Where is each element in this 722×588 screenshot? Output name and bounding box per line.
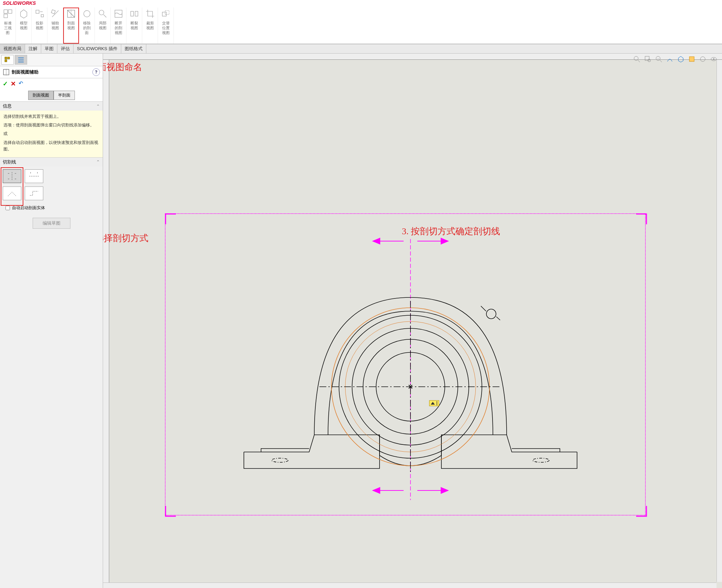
tab-addins[interactable]: SOLIDWORKS 插件: [74, 44, 121, 53]
cutline-horizontal-button[interactable]: [25, 169, 43, 183]
annotation-2: 2. 选择剖切方式: [103, 232, 148, 244]
ribbon-detail-view[interactable]: 局部 视图: [95, 8, 111, 44]
ribbon-removed-section[interactable]: 移除 的剖 面: [79, 8, 95, 44]
drawing-canvas[interactable]: ← 1. 选择剖面视图命名 2. 选择剖切方式 3. 按剖切方式确定剖切线: [103, 54, 722, 588]
scene-icon[interactable]: [698, 54, 708, 64]
svg-marker-27: [678, 56, 683, 62]
section-arrow-bottom[interactable]: [369, 487, 452, 494]
svg-rect-5: [41, 14, 43, 17]
ribbon-model-view[interactable]: 模型 视图: [16, 8, 32, 44]
display-style-icon[interactable]: [676, 54, 686, 64]
svg-rect-12: [135, 11, 138, 16]
tab-sketch[interactable]: 草图: [41, 44, 57, 53]
ribbon-std-3-view[interactable]: 标准 三视 图: [0, 8, 16, 44]
auto-start-checkbox[interactable]: 自动启动剖面实体: [3, 204, 100, 212]
zoom-fit-icon[interactable]: [632, 54, 642, 64]
svg-rect-17: [5, 60, 7, 62]
auto-start-input[interactable]: [5, 206, 10, 210]
svg-point-9: [99, 10, 104, 15]
svg-rect-20: [18, 61, 24, 63]
pm-title: 剖面视图辅助: [12, 69, 92, 75]
svg-rect-18: [18, 57, 24, 58]
svg-rect-1: [8, 10, 12, 13]
cancel-button[interactable]: ✕: [11, 80, 16, 88]
cutline-offset-button[interactable]: [25, 186, 43, 200]
cutline-header: 切割线: [3, 159, 16, 165]
ribbon-aux-view[interactable]: 辅助 视图: [47, 8, 63, 44]
svg-rect-49: [429, 400, 439, 406]
svg-rect-16: [8, 57, 10, 59]
svg-point-41: [533, 458, 549, 462]
tab-sheet-format[interactable]: 图纸格式: [121, 44, 146, 53]
ribbon-crop-view[interactable]: 裁剪 视图: [142, 8, 158, 44]
feature-tree-tab[interactable]: [1, 55, 14, 65]
info-box: 选择切割线并将其置于视图上。 选项：使用剖面视图弹出窗口向切割线添加偏移。 或 …: [0, 111, 103, 157]
svg-text:←: ←: [657, 57, 660, 60]
annotation-1: 1. 选择剖面视图命名: [103, 61, 142, 73]
undo-button[interactable]: ↶: [19, 80, 23, 88]
ribbon-broken-section[interactable]: 断开 的剖 视图: [111, 8, 126, 44]
prev-view-icon[interactable]: ←: [654, 54, 664, 64]
horizontal-ruler: [103, 54, 722, 60]
app-title: SOLIDWORKS: [3, 0, 36, 6]
half-section-radio[interactable]: 半剖面: [54, 91, 75, 100]
svg-point-42: [486, 309, 496, 319]
full-section-radio[interactable]: 剖面视图: [28, 91, 54, 100]
tab-evaluate[interactable]: 评估: [57, 44, 74, 53]
svg-rect-6: [51, 10, 55, 14]
ribbon-break-view[interactable]: 断裂 视图: [126, 8, 142, 44]
vertical-scrollbar[interactable]: [717, 60, 722, 582]
collapse-cutline-icon[interactable]: ⌃: [96, 159, 100, 165]
info-header: 信息: [3, 103, 12, 109]
tab-view-layout[interactable]: 视图布局: [0, 44, 25, 53]
collapse-icon[interactable]: ⌃: [96, 104, 100, 109]
cutline-aligned-button[interactable]: [3, 186, 21, 200]
svg-rect-28: [689, 57, 694, 61]
property-manager-panel: 剖面视图辅助 ? ✓ ✕ ↶ 剖面视图 半剖面 信息 ⌃ 选择切割线并将其置于视…: [0, 54, 103, 588]
title-bar: SOLIDWORKS: [0, 0, 722, 6]
svg-rect-4: [36, 10, 39, 13]
horizontal-scrollbar[interactable]: [103, 583, 717, 588]
pillow-block-drawing[interactable]: [223, 256, 598, 479]
ribbon-section-view[interactable]: 剖面 视图: [63, 8, 79, 44]
hide-show-icon[interactable]: [687, 54, 697, 64]
svg-point-8: [83, 11, 90, 17]
edit-sketch-button[interactable]: 编辑草图: [33, 218, 70, 229]
ribbon-alt-pos-view[interactable]: 交替 位置 视图: [158, 8, 174, 44]
svg-rect-0: [4, 10, 7, 13]
svg-rect-14: [165, 11, 169, 15]
tab-annotate[interactable]: 注解: [25, 44, 41, 53]
svg-point-29: [700, 57, 705, 61]
svg-marker-3: [20, 10, 27, 18]
ribbon: 标准 三视 图 模型 视图 投影 视图 辅助 视图 剖面 视图 移除 的剖 面 …: [0, 6, 722, 44]
command-tabbar: 视图布局 注解 草图 评估 SOLIDWORKS 插件 图纸格式: [0, 44, 722, 54]
ribbon-proj-view[interactable]: 投影 视图: [32, 8, 47, 44]
svg-rect-2: [4, 14, 7, 18]
svg-point-31: [713, 58, 714, 60]
svg-rect-15: [5, 57, 7, 59]
svg-rect-23: [645, 56, 649, 60]
svg-rect-19: [18, 59, 24, 60]
section-view-icon: [3, 69, 10, 76]
heads-up-toolbar: ←: [632, 54, 719, 64]
svg-rect-13: [162, 12, 166, 16]
svg-point-22: [634, 56, 638, 60]
help-button[interactable]: ?: [92, 68, 100, 76]
zoom-area-icon[interactable]: [643, 54, 653, 64]
svg-point-40: [272, 458, 288, 462]
section-icon[interactable]: [665, 54, 675, 64]
vertical-ruler: [103, 60, 109, 588]
property-manager-tab[interactable]: [15, 55, 27, 65]
ok-button[interactable]: ✓: [3, 80, 8, 88]
svg-rect-11: [131, 11, 133, 16]
cutline-vertical-button[interactable]: [3, 169, 21, 183]
